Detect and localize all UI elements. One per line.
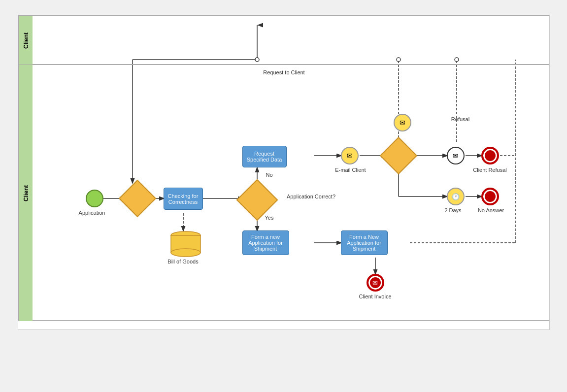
- diagram-container: Client Client Application Checking for C…: [18, 15, 550, 330]
- client-refusal-event: [481, 147, 499, 164]
- no-answer-label: No Answer: [471, 207, 511, 213]
- lane-bottom-label: Client: [19, 65, 33, 321]
- svg-point-31: [171, 249, 200, 257]
- application-correct-label: Application Correct?: [279, 194, 343, 199]
- gateway-2: [242, 185, 272, 215]
- refusal-email-event: ✉: [394, 114, 411, 131]
- form-new-app-2: Form a New Application for Shipment: [341, 230, 388, 255]
- start-event: [86, 190, 103, 207]
- pre-refusal-envelope: ✉: [447, 147, 465, 164]
- gateway-3: [385, 142, 412, 169]
- two-days-label: 2 Days: [438, 207, 468, 213]
- email-client-label: E-mail Client: [331, 167, 370, 173]
- gateway-1: [124, 185, 151, 212]
- application-label: Application: [77, 210, 107, 216]
- client-invoice-event: ✉: [367, 274, 384, 292]
- refusal-label: Refusal: [441, 116, 480, 122]
- two-days-event: 🕐: [447, 188, 465, 205]
- no-label: No: [265, 172, 274, 178]
- request-to-client-label: Request to Client: [260, 69, 309, 75]
- client-invoice-label: Client Invoice: [356, 294, 395, 299]
- lane-top: Client: [18, 15, 549, 65]
- email-client-event: ✉: [341, 147, 359, 164]
- lane-top-label: Client: [19, 16, 33, 65]
- bill-of-goods: [168, 230, 203, 260]
- request-specified-data: Request Specified Data: [242, 146, 287, 167]
- bill-of-goods-label: Bill of Goods: [161, 259, 205, 264]
- client-refusal-label: Client Refusal: [470, 167, 510, 173]
- no-answer-event: [481, 188, 499, 205]
- yes-label: Yes: [265, 215, 274, 221]
- checking-correctness: Checking for Correctness: [164, 188, 203, 210]
- form-new-app-1: Form a new Application for Shipment: [242, 230, 289, 255]
